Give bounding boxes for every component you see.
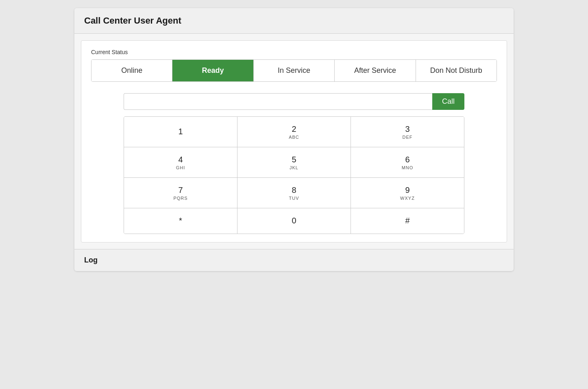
dialpad-row-3: 7 PQRS 8 TUV 9 WXYZ [124,178,464,208]
dialpad-key-0[interactable]: 0 [237,208,351,234]
status-btn-online[interactable]: Online [91,60,172,81]
current-status-label: Current Status [91,49,497,55]
dialpad-key-2[interactable]: 2 ABC [237,117,351,147]
main-content: Current Status Online Ready In Service A… [81,40,507,243]
dialpad-key-5[interactable]: 5 JKL [237,147,351,177]
dialpad-key-8[interactable]: 8 TUV [237,178,351,208]
dialpad-grid: 1 2 ABC 3 DEF 4 GHI [124,116,464,234]
call-button[interactable]: Call [432,93,464,110]
dialpad-key-4[interactable]: 4 GHI [124,147,237,177]
app-container: Call Center User Agent Current Status On… [74,8,514,271]
dialpad-key-hash[interactable]: # [351,208,464,234]
log-title: Log [84,256,504,264]
dialpad-row-1: 1 2 ABC 3 DEF [124,117,464,147]
app-header: Call Center User Agent [74,8,514,34]
dialpad-key-3[interactable]: 3 DEF [351,117,464,147]
status-btn-after-service[interactable]: After Service [335,60,416,81]
phone-input-row: Call [124,93,464,110]
dialpad-key-9[interactable]: 9 WXYZ [351,178,464,208]
phone-input[interactable] [124,93,432,110]
dialpad-key-6[interactable]: 6 MNO [351,147,464,177]
status-btn-in-service[interactable]: In Service [254,60,335,81]
dialpad-key-star[interactable]: * [124,208,237,234]
status-btn-dnd[interactable]: Don Not Disturb [416,60,497,81]
dialpad-section: Call 1 2 ABC 3 DEF [91,93,497,234]
dialpad-row-2: 4 GHI 5 JKL 6 MNO [124,147,464,178]
status-btn-ready[interactable]: Ready [172,60,253,81]
app-title: Call Center User Agent [84,15,504,26]
dialpad-row-4: * 0 # [124,208,464,234]
log-section: Log [74,249,514,271]
status-bar: Online Ready In Service After Service Do… [91,59,497,82]
dialpad-key-7[interactable]: 7 PQRS [124,178,237,208]
dialpad-key-1[interactable]: 1 [124,117,237,147]
